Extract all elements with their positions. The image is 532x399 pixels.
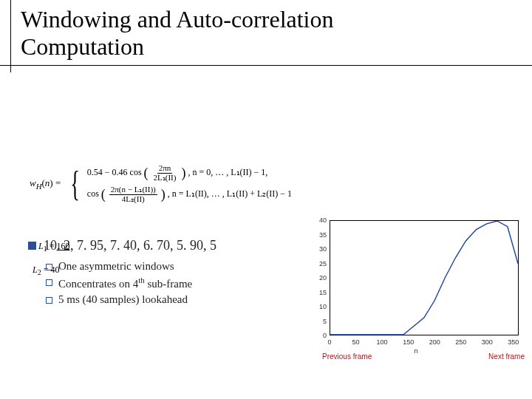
- content-area: wH(n) = { 0.54 − 0.46 cos ( 2πn 2L₁(II) …: [0, 96, 532, 399]
- chart-ytick: 0: [309, 332, 327, 339]
- numbers-text: 10. 2, 7. 95, 7. 40, 6. 70, 5. 90, 5: [44, 238, 216, 253]
- window-plot: n Previous frame Next frame 051015202530…: [309, 214, 523, 355]
- list-item: One asymmetric windows: [46, 260, 192, 273]
- page-title-line2: Computation: [21, 33, 532, 61]
- numbers-row: 10. 2, 7. 95, 7. 40, 6. 70, 5. 90, 5: [28, 238, 216, 253]
- square-bullet-icon: [28, 242, 36, 250]
- case2-left: cos: [87, 188, 99, 199]
- chart-caption-right: Next frame: [488, 352, 525, 361]
- bullet3-text: 5 ms (40 samples) lookahead: [58, 293, 188, 306]
- formula-cases: 0.54 − 0.46 cos ( 2πn 2L₁(II) ) , n = 0,…: [87, 163, 292, 205]
- chart-xtick: 200: [429, 338, 440, 346]
- bullet2-text: Concentrates on 4th sub-frame: [58, 276, 192, 290]
- chart-xtick: 0: [327, 338, 331, 346]
- chart-ytick: 20: [309, 274, 327, 282]
- chart-axes: [330, 220, 519, 335]
- chart-ytick: 10: [309, 303, 327, 310]
- case1-right: , n = 0, … , L₁(II) − 1,: [188, 167, 267, 177]
- list-item: Concentrates on 4th sub-frame: [46, 276, 192, 290]
- chart-xtick: 50: [352, 338, 360, 346]
- chart-ytick: 25: [309, 260, 327, 267]
- chart-xtick: 150: [403, 338, 414, 346]
- bullet1-text: One asymmetric windows: [58, 260, 174, 273]
- chart-ytick: 15: [309, 289, 327, 296]
- hollow-square-icon: [46, 297, 52, 304]
- chart-caption-left: Previous frame: [322, 352, 372, 361]
- case2-frac: 2π(n − L₁(II)) 4L₂(II): [109, 185, 157, 203]
- brace-icon: {: [70, 166, 80, 202]
- chart-svg: [330, 221, 518, 335]
- formula-block: wH(n) = { 0.54 − 0.46 cos ( 2πn 2L₁(II) …: [30, 163, 292, 205]
- chart-ytick: 40: [309, 216, 327, 224]
- chart-xtick: 300: [482, 338, 493, 346]
- hollow-square-icon: [46, 279, 52, 286]
- sub-bullets: One asymmetric windows Concentrates on 4…: [46, 257, 192, 309]
- chart-xtick: 350: [508, 338, 519, 346]
- page-title-line1: Windowing and Auto-correlation: [21, 6, 532, 33]
- hollow-square-icon: [46, 264, 52, 270]
- case1-frac: 2πn 2L₁(II): [152, 164, 178, 182]
- formula-lhs: wH(n) =: [30, 177, 61, 191]
- list-item: 5 ms (40 samples) lookahead: [46, 293, 192, 306]
- title-block: Windowing and Auto-correlation Computati…: [0, 0, 532, 66]
- case1-left: 0.54 − 0.46 cos: [87, 167, 142, 177]
- chart-xtick: 250: [455, 338, 466, 346]
- case2-right: , n = L₁(II), … , L₁(II) + L₂(II) − 1: [168, 188, 292, 199]
- chart-xlabel: n: [414, 347, 417, 355]
- chart-ytick: 5: [309, 318, 327, 325]
- chart-ytick: 30: [309, 245, 327, 253]
- chart-ytick: 35: [309, 231, 327, 239]
- chart-xtick: 100: [377, 338, 388, 346]
